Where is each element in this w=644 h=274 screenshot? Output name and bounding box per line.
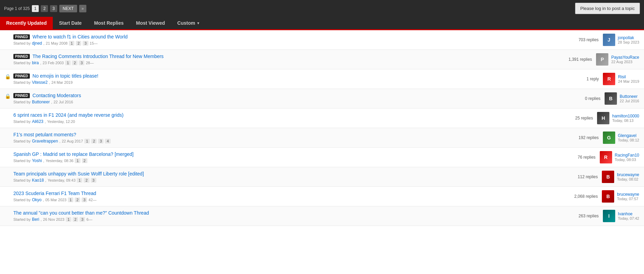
login-button[interactable]: Please log in to post a topic (575, 3, 640, 14)
topic-title-row: PINNED No emojis in topic titles please! (13, 73, 543, 79)
avatar-char: P (596, 53, 608, 66)
topic-page-link[interactable]: 3 (79, 60, 84, 65)
reply-count: 112 replies (567, 174, 598, 179)
topic-starter-name[interactable]: Ali623 (32, 119, 43, 124)
topic-title[interactable]: No emojis in topic titles please! (33, 73, 98, 79)
topic-comma: , (40, 217, 41, 221)
last-poster: R RacingFan10 Today, 08:03 (600, 151, 639, 163)
next-button[interactable]: NEXT (59, 5, 77, 12)
tab-most-viewed[interactable]: Most Viewed (130, 17, 171, 29)
last-poster: B brucewayne Today, 07:57 (602, 190, 639, 203)
topic-page-link[interactable]: 2 (91, 139, 97, 144)
topic-row: 🔒 2023 Scuderia Ferrari F1 Team Thread S… (0, 187, 644, 206)
last-poster-name[interactable]: jonpollak (618, 35, 639, 40)
started-by-label: Started by (13, 139, 31, 143)
topic-comma: , (43, 159, 44, 163)
last-poster-name[interactable]: Ivanhoe (618, 212, 639, 216)
topic-title-row: Spanish GP : Madrid set to replace Barce… (13, 151, 543, 157)
topic-comma: , (43, 198, 44, 202)
tab-most-replies[interactable]: Most Replies (88, 17, 130, 29)
topic-title[interactable]: Spanish GP : Madrid set to replace Barce… (13, 151, 134, 157)
topic-comma: , (59, 139, 60, 143)
topic-left: 🔒 PINNED The Racing Comments Introductio… (5, 54, 543, 65)
topic-page-link[interactable]: 2 (75, 197, 80, 202)
last-poster-name[interactable]: RacingFan10 (615, 153, 639, 158)
avatar: J (603, 34, 615, 46)
tab-start-date[interactable]: Start Date (53, 17, 88, 29)
topic-starter-name[interactable]: Okyo (32, 197, 41, 202)
last-poster-name[interactable]: Glengavel (618, 133, 639, 138)
topic-starter-name[interactable]: djned (32, 41, 42, 46)
topic-page-link[interactable]: 3 (80, 217, 85, 222)
last-poster-name[interactable]: PayasYouRace (611, 55, 639, 60)
topic-row: 🔒 PINNED The Racing Comments Introductio… (0, 50, 644, 69)
topic-title[interactable]: The annual "can you count better than me… (13, 210, 149, 216)
last-poster-name[interactable]: hamilton10000 (612, 114, 639, 118)
topic-page-link[interactable]: 3 (82, 197, 87, 202)
last-poster-name[interactable]: brucewayne (617, 172, 639, 177)
topic-meta: Started by Graveltrappen , 22 Aug 2017 1… (13, 139, 543, 144)
tab-recently-updated[interactable]: Recently Updated (0, 17, 53, 29)
topic-left: 🔒 Team principals unhappy with Susie Wol… (5, 171, 543, 183)
topic-starter-name[interactable]: Kao18 (32, 178, 44, 183)
topic-title[interactable]: F1's most petulant moments? (13, 132, 76, 137)
topic-page-link[interactable]: 2 (73, 217, 78, 222)
topic-page-link[interactable]: 1 (84, 139, 90, 144)
topic-title[interactable]: 6 sprint races in F1 2024 (and maybe rev… (13, 112, 123, 118)
started-by-label: Started by (13, 100, 31, 104)
last-poster-date: 28 Sep 2023 (618, 40, 639, 44)
topic-page-link[interactable]: 1 (77, 178, 82, 183)
topic-title[interactable]: Contacting Moderators (33, 93, 81, 98)
avatar: P (596, 53, 608, 66)
topic-page-link[interactable]: 4 (105, 139, 110, 144)
topic-meta: Started by Yoshi , Yesterday, 08:36 12 (13, 158, 543, 163)
topic-page-link[interactable]: 1 (75, 158, 80, 163)
started-by-label: Started by (13, 159, 31, 163)
topic-starter-name[interactable]: Yoshi (32, 158, 42, 163)
topic-page-link[interactable]: 1 (65, 60, 71, 65)
topic-starter-name[interactable]: bira (32, 60, 39, 65)
topic-page-link[interactable]: 1 (69, 41, 74, 46)
topic-right: 192 replies G Glengavel Today, 08:12 (543, 132, 639, 144)
last-poster-name[interactable]: brucewayne (617, 192, 639, 197)
last-poster-name[interactable]: Buttoneer (620, 94, 639, 99)
topic-page-link[interactable]: 2 (82, 158, 87, 163)
topic-title[interactable]: The Racing Comments Introduction Thread … (33, 54, 164, 59)
topic-page-link[interactable]: 3 (91, 178, 96, 183)
topic-page-link[interactable]: 2 (84, 178, 89, 183)
topic-starter-name[interactable]: Graveltrappen (32, 139, 58, 144)
avatar-char: H (597, 112, 609, 124)
topic-title-row: 6 sprint races in F1 2024 (and maybe rev… (13, 112, 543, 118)
page-2-button[interactable]: 2 (41, 5, 48, 12)
topic-title[interactable]: Team principals unhappy with Susie Wolff… (13, 171, 144, 176)
topic-page-link[interactable]: 3 (83, 41, 88, 46)
topic-row: 🔒 PINNED Contacting Moderators Started b… (0, 89, 644, 109)
topic-content: Team principals unhappy with Susie Wolff… (13, 171, 543, 183)
reply-count: 0 replies (570, 96, 600, 101)
topic-starter-name[interactable]: Vitesse2 (32, 80, 48, 85)
topic-page-link[interactable]: 1 (68, 197, 73, 202)
last-poster-name[interactable]: Risil (618, 75, 639, 79)
topic-title[interactable]: Where to watch f1 in Cities around the W… (33, 34, 128, 39)
topic-content: Spanish GP : Madrid set to replace Barce… (13, 151, 543, 163)
tab-custom[interactable]: Custom ▼ (171, 17, 206, 29)
topic-page-link[interactable]: 1 (66, 217, 71, 222)
topic-starter-name[interactable]: Buttoneer (32, 100, 50, 104)
topic-page-link[interactable]: 3 (98, 139, 104, 144)
started-by-label: Started by (13, 217, 31, 221)
topic-page-link[interactable]: 2 (72, 60, 77, 65)
topic-starter-name[interactable]: Beri (32, 217, 39, 222)
topic-title-row: 2023 Scuderia Ferrari F1 Team Thread (13, 191, 543, 196)
topic-meta: Started by Ali623 , Yesterday, 12:20 (13, 119, 543, 124)
page-1-button[interactable]: 1 (32, 5, 39, 12)
avatar: R (603, 73, 615, 85)
topic-page-link[interactable]: 2 (76, 41, 81, 46)
started-by-label: Started by (13, 178, 31, 182)
topic-title[interactable]: 2023 Scuderia Ferrari F1 Team Thread (13, 191, 96, 196)
topic-left: 🔒 F1's most petulant moments? Started by… (5, 132, 543, 144)
page-ellipsis: 42— (88, 198, 96, 202)
next-arrow-button[interactable]: » (79, 5, 86, 12)
avatar-char: G (603, 132, 615, 144)
page-3-button[interactable]: 3 (50, 5, 57, 12)
topic-right: 1,391 replies P PayasYouRace 22 Aug 2023 (543, 53, 639, 66)
